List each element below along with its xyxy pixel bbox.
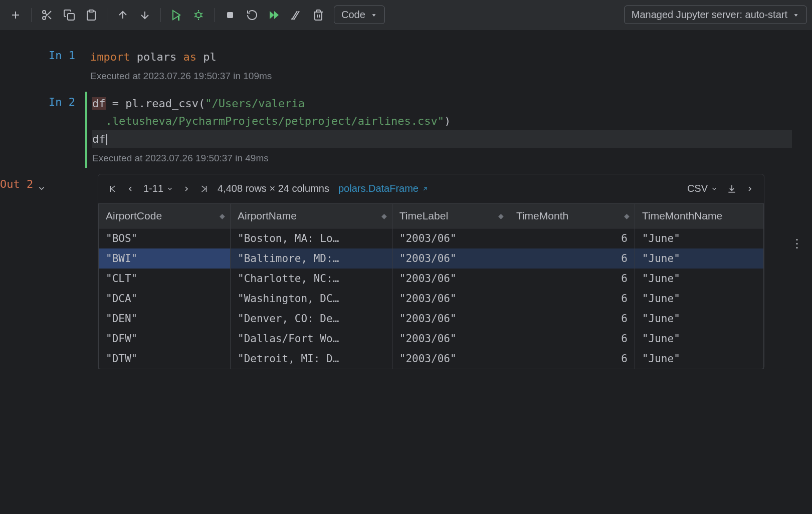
cell-airportname[interactable]: "Washington, DC… — [231, 289, 392, 309]
table-header-row: AirportCode◆ AirportName◆ TimeLabel◆ Tim… — [99, 203, 764, 228]
more-button[interactable] — [746, 184, 754, 194]
cell-type-dropdown[interactable]: Code — [334, 6, 385, 24]
cell-airportname[interactable]: "Boston, MA: Lo… — [231, 228, 392, 248]
range-text: 1-11 — [143, 183, 163, 194]
cell-timemonth[interactable]: 6 — [509, 309, 635, 329]
table-row[interactable]: "DEN""Denver, CO: De…"2003/06"6"June" — [99, 309, 764, 329]
cell-timemonth[interactable]: 6 — [509, 228, 635, 248]
add-cell-button[interactable] — [5, 5, 26, 26]
clear-outputs-button[interactable] — [286, 5, 307, 26]
move-up-button[interactable] — [112, 5, 133, 26]
dataframe-output: 1-11 4,408 rows × 24 columns polars.Data… — [98, 174, 764, 369]
next-page-button[interactable] — [182, 184, 190, 194]
cell-timemonth[interactable]: 6 — [509, 269, 635, 289]
cell-timemonthname[interactable]: "June" — [635, 228, 763, 248]
cell-airportcode[interactable]: "DCA" — [99, 289, 231, 309]
cell-timelabel[interactable]: "2003/06" — [392, 309, 509, 329]
output-body: 1-11 4,408 rows × 24 columns polars.Data… — [85, 174, 812, 369]
download-button[interactable] — [727, 184, 737, 194]
prev-page-button[interactable] — [126, 184, 134, 194]
cell-timemonth[interactable]: 6 — [509, 349, 635, 369]
run-all-button[interactable] — [264, 5, 285, 26]
last-page-button[interactable] — [199, 184, 209, 194]
cell-timemonthname[interactable]: "June" — [635, 309, 763, 329]
dataframe-type-link[interactable]: polars.DataFrame — [338, 183, 429, 194]
chevron-down-icon — [792, 12, 799, 19]
cell-timelabel[interactable]: "2003/06" — [392, 248, 509, 269]
cell-airportname[interactable]: "Charlotte, NC:… — [231, 269, 392, 289]
cell-timemonthname[interactable]: "June" — [635, 248, 763, 269]
cell-airportcode[interactable]: "CLT" — [99, 269, 231, 289]
close-paren: ) — [444, 115, 451, 127]
cell-timemonth[interactable]: 6 — [509, 289, 635, 309]
export-label: CSV — [687, 183, 708, 194]
col-header-airportcode[interactable]: AirportCode◆ — [99, 203, 231, 228]
cell-timelabel[interactable]: "2003/06" — [392, 329, 509, 349]
cell-airportname[interactable]: "Detroit, MI: D… — [231, 349, 392, 369]
exec-meta-1: Executed at 2023.07.26 19:50:37 in 109ms — [85, 69, 797, 86]
sort-icon: ◆ — [624, 212, 630, 220]
delete-button[interactable] — [308, 5, 329, 26]
svg-line-5 — [48, 16, 51, 19]
cell-airportname[interactable]: "Baltimore, MD:… — [231, 248, 392, 269]
move-down-button[interactable] — [134, 5, 155, 26]
code-block-1[interactable]: import polars as pl — [85, 45, 797, 69]
table-row[interactable]: "DCA""Washington, DC…"2003/06"6"June" — [99, 289, 764, 309]
col-header-timemonthname[interactable]: TimeMonthName — [635, 203, 763, 228]
cell-airportcode[interactable]: "DEN" — [99, 309, 231, 329]
copy-button[interactable] — [59, 5, 80, 26]
cell-body-1[interactable]: import polars as pl Executed at 2023.07.… — [85, 45, 812, 86]
table-row[interactable]: "DFW""Dallas/Fort Wo…"2003/06"6"June" — [99, 329, 764, 349]
cell-timemonth[interactable]: 6 — [509, 248, 635, 269]
cell-timelabel[interactable]: "2003/06" — [392, 269, 509, 289]
collapse-output-button[interactable] — [37, 183, 46, 195]
table-row[interactable]: "BOS""Boston, MA: Lo…"2003/06"6"June" — [99, 228, 764, 248]
overflow-menu-button[interactable]: ⋮ — [791, 236, 803, 250]
table-row[interactable]: "CLT""Charlotte, NC:…"2003/06"6"June" — [99, 269, 764, 289]
run-cell-button[interactable]: I — [166, 5, 187, 26]
cell-timemonthname[interactable]: "June" — [635, 329, 763, 349]
cell-airportname[interactable]: "Denver, CO: De… — [231, 309, 392, 329]
cell-airportcode[interactable]: "DFW" — [99, 329, 231, 349]
cell-timemonthname[interactable]: "June" — [635, 349, 763, 369]
toolbar-separator — [31, 8, 32, 22]
cell-airportcode[interactable]: "BOS" — [99, 228, 231, 248]
cell-airportname[interactable]: "Dallas/Fort Wo… — [231, 329, 392, 349]
cell-timelabel[interactable]: "2003/06" — [392, 228, 509, 248]
toolbar-separator — [214, 8, 215, 22]
cell-timelabel[interactable]: "2003/06" — [392, 349, 509, 369]
cell-in-1: In 1 import polars as pl Executed at 202… — [0, 45, 812, 86]
svg-marker-21 — [270, 11, 274, 19]
restart-button[interactable] — [242, 5, 263, 26]
col-header-timemonth[interactable]: TimeMonth◆ — [509, 203, 635, 228]
col-header-airportname[interactable]: AirportName◆ — [231, 203, 392, 228]
page-range[interactable]: 1-11 — [143, 183, 173, 194]
var-df: df — [92, 97, 106, 110]
table-row[interactable]: "BWI""Baltimore, MD:…"2003/06"6"June" — [99, 248, 764, 269]
sort-icon: ◆ — [381, 212, 387, 220]
eq: = — [106, 97, 126, 110]
cell-timemonthname[interactable]: "June" — [635, 289, 763, 309]
debug-button[interactable] — [188, 5, 209, 26]
server-dropdown[interactable]: Managed Jupyter server: auto-start — [624, 6, 807, 24]
cell-body-2[interactable]: df = pl.read_csv("/Users/valeria .letush… — [85, 92, 812, 168]
chevron-down-icon — [711, 185, 718, 192]
external-link-icon — [422, 185, 429, 192]
cell-timemonth[interactable]: 6 — [509, 329, 635, 349]
cell-in-2: In 2 df = pl.read_csv("/Users/valeria .l… — [0, 92, 812, 168]
cut-button[interactable] — [37, 5, 58, 26]
paste-button[interactable] — [81, 5, 102, 26]
cell-type-label: Code — [341, 9, 365, 21]
code-block-2[interactable]: df = pl.read_csv("/Users/valeria .letush… — [85, 92, 797, 151]
col-header-timelabel[interactable]: TimeLabel◆ — [392, 203, 509, 228]
cell-timelabel[interactable]: "2003/06" — [392, 289, 509, 309]
stop-button[interactable] — [220, 5, 241, 26]
cell-airportcode[interactable]: "DTW" — [99, 349, 231, 369]
exec-meta-2: Executed at 2023.07.26 19:50:37 in 49ms — [85, 151, 797, 168]
cell-timemonthname[interactable]: "June" — [635, 269, 763, 289]
svg-line-16 — [201, 13, 202, 14]
cell-airportcode[interactable]: "BWI" — [99, 248, 231, 269]
export-csv-button[interactable]: CSV — [687, 183, 718, 194]
first-page-button[interactable] — [108, 184, 117, 194]
table-row[interactable]: "DTW""Detroit, MI: D…"2003/06"6"June" — [99, 349, 764, 369]
